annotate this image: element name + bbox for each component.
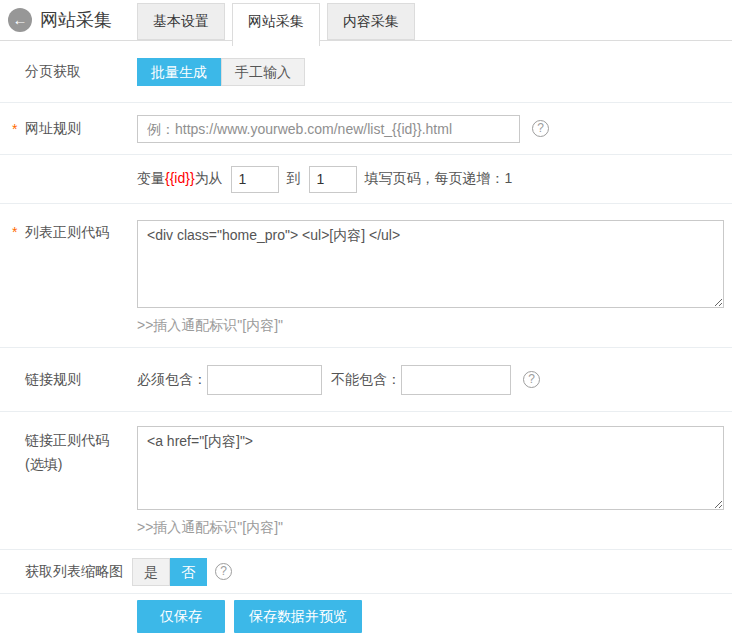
thumbnail-row: 获取列表缩略图 是 否 ? [0, 550, 732, 594]
tab-bar: 基本设置 网站采集 内容采集 [137, 3, 415, 46]
page-from-input[interactable] [231, 166, 279, 193]
link-regex-textarea[interactable]: <a href="[内容]"> [137, 426, 724, 510]
pagination-label: 分页获取 [0, 63, 137, 81]
list-regex-textarea[interactable]: <div class="home_pro"> <ul>[内容] </ul> [137, 220, 724, 308]
thumbnail-no-option[interactable]: 否 [170, 558, 207, 586]
variable-token: {{id}} [165, 170, 195, 186]
pagination-row: 分页获取 批量生成 手工输入 [0, 41, 732, 103]
save-only-button[interactable]: 仅保存 [137, 600, 225, 633]
not-contain-input[interactable] [401, 365, 511, 395]
thumbnail-label: 获取列表缩略图 [0, 563, 132, 581]
not-contain-label: 不能包含： [331, 371, 401, 389]
link-regex-row: 链接正则代码 (选填) <a href="[内容]"> >>插入通配标识"[内容… [0, 412, 732, 550]
tab-website-collection[interactable]: 网站采集 [232, 3, 320, 46]
save-and-preview-button[interactable]: 保存数据并预览 [234, 600, 362, 633]
required-asterisk: * [12, 224, 17, 240]
page-increment-text: 填写页码，每页递增：1 [365, 170, 513, 188]
page-to-input[interactable] [309, 166, 357, 193]
page-title: 网站采集 [40, 8, 112, 32]
url-rule-row: * 网址规则 ? [0, 103, 732, 155]
link-regex-optional-label: (选填) [25, 452, 137, 476]
link-regex-label: 链接正则代码 (选填) [0, 426, 137, 476]
must-contain-input[interactable] [207, 365, 322, 395]
link-regex-field-group: <a href="[内容]"> >>插入通配标识"[内容]" [137, 426, 724, 537]
tab-basic-settings[interactable]: 基本设置 [137, 3, 225, 40]
to-text: 到 [287, 170, 301, 188]
list-regex-row: * 列表正则代码 <div class="home_pro"> <ul>[内容]… [0, 204, 732, 348]
url-rule-input[interactable] [137, 115, 520, 143]
thumbnail-help-icon[interactable]: ? [215, 563, 232, 580]
pagination-toggle: 批量生成 手工输入 [137, 58, 305, 86]
website-collection-page: ← 网站采集 基本设置 网站采集 内容采集 分页获取 批量生成 手工输入 * 网… [0, 0, 732, 634]
link-rule-row: 链接规则 必须包含： 不能包含： ? [0, 348, 732, 412]
actions-row: 仅保存 保存数据并预览 [0, 594, 732, 633]
back-button[interactable]: ← [8, 8, 32, 32]
back-arrow-icon: ← [8, 8, 32, 32]
link-rule-label: 链接规则 [0, 371, 137, 389]
link-rule-help-icon[interactable]: ? [523, 371, 540, 388]
thumbnail-toggle: 是 否 [132, 558, 207, 586]
url-rule-help-icon[interactable]: ? [532, 120, 549, 137]
must-contain-label: 必须包含： [137, 371, 207, 389]
batch-generate-option[interactable]: 批量生成 [137, 58, 221, 86]
page-header: ← 网站采集 基本设置 网站采集 内容采集 [0, 0, 732, 41]
list-regex-field-group: <div class="home_pro"> <ul>[内容] </ul> >>… [137, 220, 724, 335]
url-rule-label: 网址规则 [0, 120, 137, 138]
required-asterisk: * [12, 121, 17, 137]
tab-content-collection[interactable]: 内容采集 [327, 3, 415, 40]
list-regex-label: 列表正则代码 [0, 220, 137, 242]
manual-input-option[interactable]: 手工输入 [221, 58, 305, 86]
link-regex-insert-hint[interactable]: >>插入通配标识"[内容]" [137, 519, 283, 537]
thumbnail-yes-option[interactable]: 是 [132, 558, 170, 586]
variable-prefix-text: 变量{{id}}为从 [137, 170, 223, 188]
list-regex-insert-hint[interactable]: >>插入通配标识"[内容]" [137, 317, 283, 335]
variable-range-row: 变量{{id}}为从 到 填写页码，每页递增：1 [0, 155, 732, 204]
